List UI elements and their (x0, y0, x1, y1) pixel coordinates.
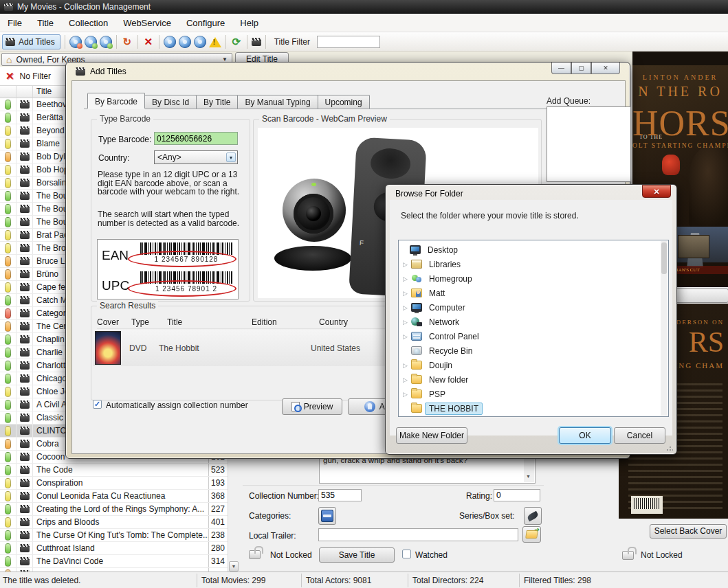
resize-grip[interactable] (666, 444, 673, 451)
column-header[interactable]: Edition (252, 316, 319, 328)
local-trailer-input[interactable] (318, 528, 518, 541)
expand-arrow-icon[interactable]: ▷ (403, 290, 411, 297)
movie-row[interactable]: The Curse Of King Tut's Tomb: The Comple… (0, 529, 228, 542)
menu-item[interactable]: Configure (179, 14, 232, 32)
total-actors: Total Actors: 9081 (306, 576, 371, 585)
title-filter-input[interactable] (317, 36, 380, 48)
rating-input[interactable] (494, 489, 540, 501)
tree-item[interactable]: ▷ New folder (399, 372, 668, 387)
status-pill-icon (5, 452, 11, 462)
disc-camera-icon[interactable] (164, 36, 176, 48)
tree-item[interactable]: ▷ Doujin (399, 358, 668, 372)
tree-item-label[interactable]: Libraries (425, 258, 465, 271)
categories-button[interactable] (318, 507, 336, 525)
movie-row[interactable]: Cutthroat Island 280 (0, 542, 228, 555)
expand-arrow-icon[interactable]: ▷ (403, 275, 411, 282)
main-title-bar[interactable]: My Movies - Collection Management (0, 0, 728, 14)
country-select[interactable]: <Any> ▼ (154, 150, 238, 164)
expand-arrow-icon[interactable]: ▷ (403, 333, 411, 340)
tab[interactable]: By Manual Typing (237, 95, 318, 109)
watched-checkbox[interactable] (402, 550, 411, 558)
tree-item-label[interactable]: Homegroup (425, 273, 476, 285)
ok-button[interactable]: OK (559, 427, 611, 444)
make-new-folder-button[interactable]: Make New Folder (396, 427, 467, 444)
expand-arrow-icon[interactable]: ▷ (403, 304, 411, 311)
add-titles-button[interactable]: Add Titles (2, 34, 60, 49)
movie-row[interactable]: Conspiration 193 (0, 477, 228, 490)
barcode-input[interactable] (154, 132, 238, 145)
disc-download-icon[interactable] (69, 36, 82, 48)
collection-number-input[interactable] (318, 489, 362, 501)
menu-item[interactable]: Help (232, 14, 266, 32)
movie-row[interactable]: Conul Leonida Fata Cu Reactiunea 368 (0, 490, 228, 503)
disc-stack-icon[interactable] (194, 36, 206, 48)
folder-tree[interactable]: Desktop ▷ Libraries ▷ Homegroup ▷ Matt (398, 240, 669, 417)
disc-export-icon[interactable] (100, 36, 112, 48)
maximize-button[interactable]: ▢ (571, 63, 591, 74)
minimize-button[interactable]: — (551, 63, 571, 74)
tree-item-label[interactable]: Doujin (425, 359, 456, 372)
tree-item-label[interactable]: Control Panel (425, 330, 483, 343)
scroll-down-arrow[interactable]: ▼ (229, 561, 239, 572)
tree-item-label[interactable]: THE HOBBIT (425, 403, 483, 415)
refresh-green-icon[interactable]: ⟳ (230, 36, 243, 48)
browse-trailer-button[interactable] (522, 526, 541, 543)
menu-item[interactable]: Collection (61, 14, 115, 32)
expand-arrow-icon[interactable]: ▷ (403, 376, 411, 383)
tab[interactable]: By Disc Id (144, 95, 197, 109)
disc-person-icon[interactable] (179, 36, 191, 48)
tree-item[interactable]: ▷ PSP (399, 387, 668, 401)
tab[interactable]: By Barcode (87, 93, 145, 109)
clapper-edit-icon[interactable] (252, 38, 261, 46)
disc-save-icon[interactable] (85, 36, 97, 48)
tab[interactable]: By Title (196, 95, 238, 109)
save-title-button[interactable]: Save Title (319, 547, 395, 563)
tree-item[interactable]: THE HOBBIT (399, 401, 668, 416)
tree-item[interactable]: ▷ Network (399, 315, 668, 329)
tree-item-label[interactable]: Network (425, 316, 463, 328)
clapper-icon (20, 440, 30, 448)
add-queue-list[interactable] (547, 106, 631, 182)
tree-item-label[interactable]: Desktop (423, 244, 462, 256)
movie-row[interactable]: Crips and Bloods 401 (0, 516, 228, 529)
tree-scrollbar[interactable] (661, 241, 668, 416)
cancel-button[interactable]: Cancel (614, 427, 665, 444)
tree-item-label[interactable]: Computer (425, 302, 470, 314)
auto-assign-checkbox[interactable]: ✓ (93, 400, 102, 409)
movie-row[interactable]: The DaVinci Code 314 (0, 555, 228, 568)
menu-item[interactable]: Title (30, 14, 61, 32)
tree-item-label[interactable]: PSP (425, 388, 450, 400)
tree-item-label[interactable]: Recycle Bin (425, 345, 476, 357)
tree-item[interactable]: ▷ Control Panel (399, 329, 668, 343)
select-back-cover-button[interactable]: Select Back Cover (650, 524, 727, 539)
expand-arrow-icon[interactable]: ▷ (403, 319, 411, 326)
menu-item[interactable]: File (0, 14, 30, 32)
column-header[interactable]: Type (129, 316, 163, 328)
warning-icon[interactable] (209, 37, 221, 47)
filtered-titles: Filtered Titles: 298 (524, 576, 591, 585)
column-header[interactable]: Cover (97, 316, 129, 328)
close-button[interactable]: ✕ (642, 185, 671, 198)
movie-row[interactable]: Creating the Lord of the Rings Symphony:… (0, 503, 228, 516)
delete-icon[interactable]: ✕ (142, 36, 155, 48)
menu-item[interactable]: WebService (115, 14, 179, 32)
close-button[interactable]: ✕ (591, 63, 620, 74)
column-header[interactable]: Title (163, 316, 252, 328)
tree-item[interactable]: ▷ Homegroup (399, 271, 668, 286)
tree-item[interactable]: ▷ Libraries (399, 257, 668, 271)
tree-item[interactable]: ▷ Computer (399, 300, 668, 315)
tab[interactable]: Upcoming (318, 95, 370, 109)
expand-arrow-icon[interactable]: ▷ (403, 362, 411, 369)
tree-item[interactable]: ▷ Matt (399, 286, 668, 300)
preview-button[interactable]: Preview (282, 398, 342, 415)
tree-item[interactable]: Desktop (399, 242, 668, 257)
tree-item-label[interactable]: Matt (425, 287, 449, 299)
tree-item-label[interactable]: New folder (425, 374, 472, 386)
expand-arrow-icon[interactable]: ▷ (403, 261, 411, 268)
refresh-orange-icon[interactable]: ↻ (121, 36, 133, 48)
status-pill-icon (5, 217, 11, 227)
expand-arrow-icon[interactable]: ▷ (403, 391, 411, 398)
tree-item[interactable]: Recycle Bin (399, 343, 668, 358)
movie-row[interactable]: The Code 523 (0, 464, 228, 477)
series-box-set-button[interactable] (524, 507, 542, 525)
